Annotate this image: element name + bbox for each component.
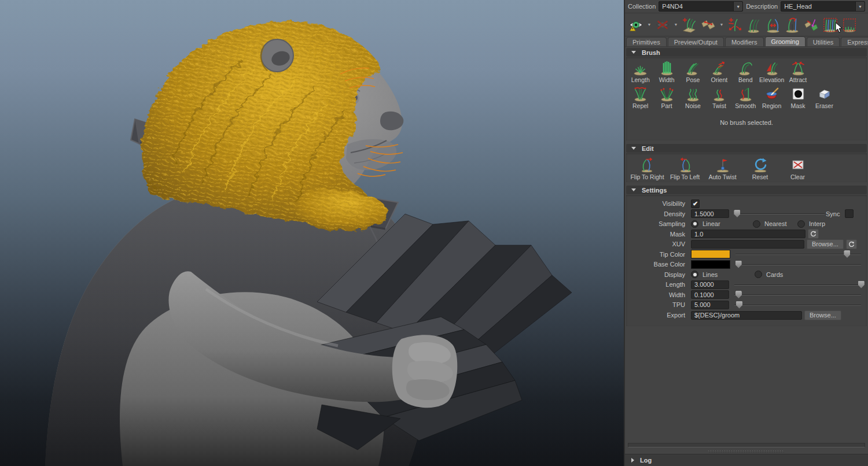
- xuv-field[interactable]: [691, 240, 804, 249]
- slider-handle[interactable]: [735, 291, 742, 298]
- tab-expressions[interactable]: Expressions: [841, 37, 868, 46]
- scatter-guides-icon[interactable]: [726, 16, 744, 34]
- width-field[interactable]: 0.1000: [691, 290, 729, 299]
- collection-dropdown[interactable]: P4ND4 ▼: [659, 1, 743, 12]
- collapse-triangle-icon: [631, 188, 636, 191]
- chevron-down-icon[interactable]: ▼: [646, 23, 652, 27]
- mirror-guides-icon[interactable]: [764, 16, 782, 34]
- assign-plane-icon[interactable]: [803, 16, 820, 34]
- tip-color-slider[interactable]: [734, 250, 862, 258]
- chevron-down-icon[interactable]: ▼: [719, 23, 724, 27]
- clear-button[interactable]: Clear: [779, 157, 816, 180]
- tpu-field[interactable]: 5.000: [691, 301, 729, 309]
- chevron-down-icon[interactable]: ▼: [855, 2, 865, 11]
- width-slider[interactable]: [733, 290, 862, 299]
- brush-attract[interactable]: Attract: [785, 57, 811, 83]
- transfer-guides-icon[interactable]: [784, 16, 801, 34]
- sampling-interp-radio[interactable]: Interp: [797, 220, 825, 228]
- panel-header: Collection P4ND4 ▼ Description HE_Head ▼: [625, 0, 868, 13]
- brush-smooth[interactable]: Smooth: [733, 83, 759, 109]
- brush-mask[interactable]: Mask: [785, 83, 811, 109]
- slider-handle[interactable]: [735, 261, 742, 268]
- xuv-refresh-button[interactable]: [846, 239, 857, 249]
- bear-hand: [392, 335, 458, 408]
- add-guides-icon[interactable]: [681, 16, 698, 34]
- brush-section-body: Length Width Pose: [626, 57, 867, 140]
- description-label: Description: [746, 3, 778, 10]
- slider-handle[interactable]: [736, 301, 742, 309]
- brush-repel[interactable]: Repel: [627, 83, 653, 109]
- tab-modifiers[interactable]: Modifiers: [725, 37, 764, 46]
- 3d-viewport[interactable]: [0, 0, 624, 466]
- sampling-nearest-radio[interactable]: Nearest: [753, 220, 797, 228]
- brush-eraser[interactable]: Eraser: [811, 83, 837, 109]
- edit-section-header[interactable]: Edit: [626, 144, 867, 153]
- flip-to-right-button[interactable]: Flip To Right: [628, 157, 666, 180]
- brush-pose[interactable]: Pose: [680, 57, 706, 83]
- visibility-off-icon[interactable]: [654, 16, 671, 34]
- settings-section-header[interactable]: Settings: [626, 186, 867, 194]
- brush-length[interactable]: Length: [627, 57, 653, 83]
- mask-field[interactable]: 1.0: [691, 230, 806, 238]
- select-guides-icon[interactable]: [822, 16, 839, 34]
- export-field[interactable]: ${DESC}/groom: [691, 311, 802, 320]
- brush-noise[interactable]: Noise: [680, 83, 706, 109]
- no-brush-message: No brush selected.: [626, 109, 867, 140]
- density-slider[interactable]: [733, 209, 826, 218]
- auto-twist-button[interactable]: Auto Twist: [704, 157, 741, 180]
- reset-button[interactable]: Reset: [741, 157, 779, 180]
- tab-preview-output[interactable]: Preview/Output: [668, 37, 724, 46]
- guides-toolbar: ▼ ▼: [625, 13, 868, 36]
- sync-checkbox[interactable]: [845, 209, 854, 218]
- drag-handle-icon: [708, 450, 785, 453]
- display-cards-radio[interactable]: Cards: [755, 271, 783, 278]
- planes-icon[interactable]: [700, 16, 717, 34]
- brush-region[interactable]: Region: [759, 83, 785, 109]
- collapse-triangle-icon: [631, 147, 636, 150]
- tab-grooming[interactable]: Grooming: [765, 36, 806, 46]
- tip-color-swatch[interactable]: [691, 250, 730, 258]
- brush-section-header[interactable]: Brush: [626, 48, 867, 57]
- slider-handle[interactable]: [844, 250, 850, 258]
- duplicate-guides-icon[interactable]: [745, 16, 763, 34]
- collapsed-triangle-icon: [631, 458, 634, 463]
- chevron-down-icon[interactable]: ▼: [733, 2, 742, 11]
- xuv-browse-button[interactable]: Browse...: [807, 239, 844, 249]
- base-color-slider[interactable]: [734, 260, 862, 269]
- sampling-linear-radio[interactable]: Linear: [691, 220, 753, 228]
- tpu-slider[interactable]: [733, 301, 862, 309]
- length-slider[interactable]: [733, 280, 862, 289]
- slider-handle[interactable]: [734, 210, 740, 217]
- chevron-down-icon[interactable]: ▼: [673, 23, 679, 27]
- tab-utilities[interactable]: Utilities: [807, 37, 840, 46]
- grooming-tab-content: Brush Length Width Pose: [625, 46, 868, 449]
- mask-refresh-button[interactable]: [808, 229, 819, 239]
- export-browse-button[interactable]: Browse...: [804, 310, 841, 320]
- slider-handle[interactable]: [858, 281, 865, 289]
- bear-ear: [261, 39, 293, 72]
- brush-elevation[interactable]: Elevation: [759, 57, 785, 83]
- visibility-checkbox[interactable]: ✔: [691, 199, 700, 208]
- collapse-triangle-icon: [631, 51, 636, 54]
- brush-twist[interactable]: Twist: [706, 83, 732, 109]
- panel-splitter[interactable]: [625, 449, 868, 454]
- brush-part[interactable]: Part: [653, 83, 679, 109]
- log-section-header[interactable]: Log: [625, 454, 868, 466]
- tab-primitives[interactable]: Primitives: [626, 37, 667, 46]
- length-field[interactable]: 3.0000: [691, 280, 729, 289]
- brush-orient[interactable]: Orient: [706, 57, 732, 83]
- flip-to-left-button[interactable]: Flip To Left: [666, 157, 704, 180]
- display-lines-radio[interactable]: Lines: [691, 271, 755, 278]
- settings-section-body: Visibility ✔ Density 1.5000 Sync Samplin…: [626, 195, 867, 326]
- description-dropdown[interactable]: HE_Head ▼: [781, 1, 865, 12]
- grooming-panel: Collection P4ND4 ▼ Description HE_Head ▼…: [624, 0, 868, 466]
- panel-tabs: Primitives Preview/Output Modifiers Groo…: [625, 36, 868, 46]
- brush-width[interactable]: Width: [653, 57, 679, 83]
- collection-label: Collection: [628, 3, 656, 10]
- base-color-swatch[interactable]: [691, 260, 730, 269]
- brush-bend[interactable]: Bend: [733, 57, 759, 83]
- density-field[interactable]: 1.5000: [691, 209, 729, 218]
- select-region-icon[interactable]: [841, 16, 858, 34]
- visibility-eye-icon[interactable]: [627, 16, 645, 34]
- bear-character-render: [0, 0, 624, 466]
